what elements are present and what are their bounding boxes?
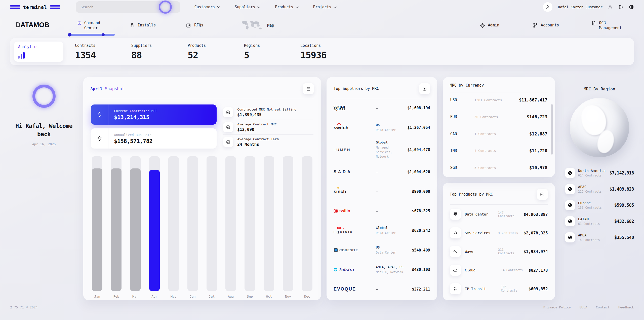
nav-projects[interactable]: Projects (313, 5, 337, 9)
supplier-region: US (376, 245, 406, 249)
supplier-region: Global (376, 226, 406, 230)
product-value: $827,178 (529, 268, 548, 273)
command-center-icon (77, 20, 82, 26)
region-row-latam[interactable]: LATAM 61 Contracts $432,682 (565, 216, 634, 226)
nav-suppliers[interactable]: Suppliers (235, 5, 260, 9)
bar-may[interactable]: May (168, 156, 179, 298)
top-bar: terminal Customers Suppliers Products Pr… (0, 0, 644, 14)
bar-track (207, 156, 217, 291)
currency-contracts: 1301 Contracts (474, 98, 517, 102)
add-user-button[interactable] (608, 5, 613, 10)
supplier-row-coresite[interactable]: CORESITE US Data Center $548,409 (334, 244, 430, 257)
logout-button[interactable] (618, 5, 623, 10)
bar-jun[interactable]: Jun (187, 156, 198, 298)
bar-nov[interactable]: Nov (283, 156, 293, 298)
nav-products[interactable]: Products (275, 5, 298, 9)
supplier-row-centersquare[interactable]: CENTER SQUARE – $1,608,194 (334, 101, 430, 115)
supplier-region: US (376, 123, 406, 127)
bar-feb[interactable]: Feb (111, 156, 122, 298)
stat-average-contract-term: Average Contract Term 24 Months (223, 134, 313, 149)
stat-products-value: 52 (188, 50, 232, 60)
middle-column: MRC by Currency USD 1301 Contracts $11,8… (443, 77, 555, 300)
region-value: $432,682 (603, 219, 634, 224)
scrollbar[interactable] (551, 104, 553, 155)
user-name[interactable]: Rafal Korzen Customer (558, 5, 602, 9)
coresite-mark (334, 248, 338, 252)
theme-toggle-button[interactable] (629, 5, 634, 10)
footer-link-contact[interactable]: Contact (596, 305, 610, 309)
supplier-row-lumen[interactable]: LUMEN Global Managed Services, Network $… (334, 140, 430, 159)
annualized-run-rate-card[interactable]: Annualized Run Rate $158,571,782 (91, 128, 217, 149)
bar-jul[interactable]: Jul (207, 156, 217, 298)
currency-row-sgd[interactable]: SGD 5 Contracts $10,978 (450, 162, 547, 173)
currency-value: $11,720 (517, 148, 547, 153)
product-name: SMS Services (465, 231, 494, 235)
region-row-amea[interactable]: AMEA 14 Contracts $355,540 (565, 232, 634, 242)
supplier-row-evoque[interactable]: EVOQUE – $372,211 (334, 283, 430, 296)
product-row-ip-transit[interactable]: IP Transit 106 Contracts $609,852 (450, 282, 548, 295)
currency-row-cad[interactable]: CAD 1 Contracts $12,687 (450, 128, 547, 139)
product-row-sms-services[interactable]: SMS Services 4 Contracts $2,078,325 (450, 226, 548, 239)
product-row-cloud[interactable]: Cloud 14 Contracts $827,178 (450, 264, 548, 277)
products-chart-button[interactable] (537, 189, 548, 200)
sinch-mark: ∞ (337, 186, 339, 190)
top-suppliers-title: Top Suppliers by MRC (334, 86, 379, 91)
tab-ocr-management[interactable]: OCR Management (591, 19, 628, 31)
supplier-row-sinch[interactable]: ∞sinch – $900,000 (334, 185, 430, 198)
calendar-button[interactable] (303, 83, 314, 94)
analytics-card[interactable]: Analytics (14, 42, 63, 62)
region-contracts: 156 Contracts (578, 206, 602, 209)
bar-mar[interactable]: Mar (130, 156, 141, 298)
world-map-thumbnail (240, 20, 264, 31)
supplier-row-telstra[interactable]: Telstra AMEA, APAC, US Mobile, Network $… (334, 263, 430, 276)
product-contracts: 4 Contracts (498, 231, 519, 235)
stat-average-contract-mrc: Average Contract MRC $12,090 (223, 120, 313, 134)
region-row-europe[interactable]: Europe 156 Contracts $599,505 (565, 200, 634, 210)
supplier-row-switch[interactable]: switch US Data Center $1,267,054 (334, 121, 430, 134)
analytics-label: Analytics (18, 45, 59, 49)
bar-month-label: Aug (228, 295, 234, 298)
current-contracted-mrc-card[interactable]: Current Contracted MRC $13,214,315 (91, 104, 217, 125)
suppliers-chart-button[interactable] (419, 83, 430, 94)
currency-row-inr[interactable]: INR 4 Contracts $11,720 (450, 145, 547, 156)
tab-map[interactable]: Map (240, 19, 274, 31)
supplier-value: $900,000 (406, 189, 430, 194)
product-list: Data Center 147 Contracts $4,963,897 SMS… (443, 205, 555, 300)
chevron-down-icon (217, 6, 220, 8)
bar-aug[interactable]: Aug (225, 156, 236, 298)
bar-jan[interactable]: Jan (92, 156, 102, 298)
footer-link-feedback[interactable]: Feedback (618, 305, 634, 309)
tab-installs[interactable]: Installs (129, 22, 156, 28)
tab-accounts[interactable]: Accounts (533, 22, 559, 28)
currency-row-usd[interactable]: USD 1301 Contracts $11,867,417 (450, 94, 547, 105)
product-row-wave[interactable]: Wave 311 Contracts $1,934,974 (450, 245, 548, 258)
bar-month-label: Apr (151, 295, 157, 298)
region-row-north-america[interactable]: North America 614 Contracts $7,142,918 (565, 168, 634, 178)
bar-month-label: Nov (285, 295, 291, 298)
region-row-apac[interactable]: APAC 223 Contracts $1,409,823 (565, 184, 634, 194)
datamob-logo[interactable]: DATAMOB (16, 21, 49, 29)
bar-sep[interactable]: Sep (245, 156, 255, 298)
stat-locations-value: 15936 (300, 50, 345, 60)
supplier-row-equinix[interactable]: EQUINIX Global Data Center $620,242 (334, 224, 430, 237)
tab-admin[interactable]: Admin (480, 22, 499, 28)
supplier-value: $430,103 (406, 267, 430, 272)
bar-oct[interactable]: Oct (264, 156, 274, 298)
currency-code: EUR (450, 115, 474, 119)
globe-image[interactable] (570, 98, 629, 157)
main-content: Hi Rafal, Welcome back Apr 16, 2025 Apri… (0, 77, 644, 300)
product-row-data-center[interactable]: Data Center 147 Contracts $4,963,897 (450, 208, 548, 221)
supplier-row-sada[interactable]: SADA – $1,004,620 (334, 165, 430, 179)
product-name: IP Transit (465, 287, 497, 291)
footer-link-privacy-policy[interactable]: Privacy Policy (543, 305, 571, 309)
nav-customers[interactable]: Customers (194, 5, 220, 9)
footer-link-eula[interactable]: EULA (579, 305, 587, 309)
top-products-title: Top Products by MRC (450, 192, 493, 197)
currency-row-eur[interactable]: EUR 30 Contracts $146,723 (450, 111, 547, 122)
tab-command-center[interactable]: Command Center (77, 19, 107, 31)
bar-dec[interactable]: Dec (302, 156, 312, 298)
supplier-row-twilio[interactable]: twilio – $678,325 (334, 204, 430, 218)
bar-apr[interactable]: Apr (149, 156, 160, 298)
tab-rfqs[interactable]: RFQs (186, 22, 203, 28)
avatar[interactable] (543, 2, 552, 12)
